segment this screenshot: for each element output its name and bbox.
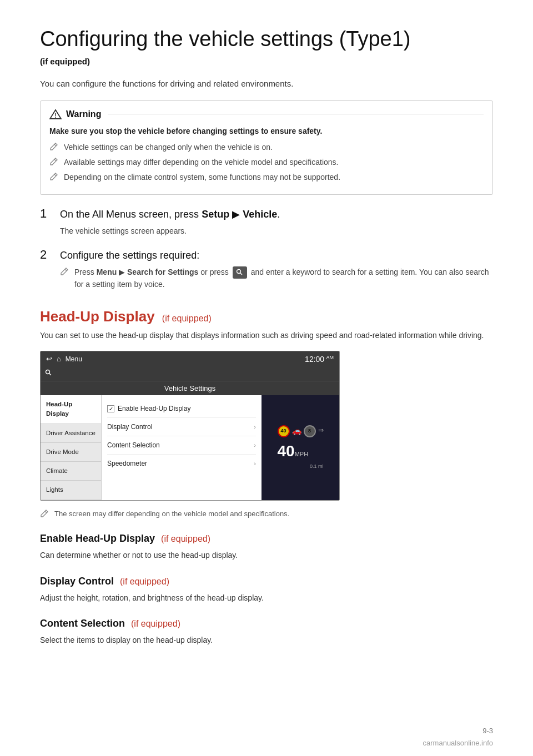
display-control-equipped: (if equipped) xyxy=(120,577,169,586)
ui-time-display: 12:00 AM xyxy=(305,354,334,365)
note-pencil-icon-1 xyxy=(49,142,59,152)
note-pencil-icon-3 xyxy=(49,172,59,182)
warning-label: Warning xyxy=(66,108,101,121)
ui-search-row xyxy=(41,367,339,381)
ui-search-icon xyxy=(45,369,52,379)
warning-box: ! Warning Make sure you stop the vehicle… xyxy=(40,100,493,195)
svg-line-2 xyxy=(54,144,56,146)
display-control-arrow-icon: › xyxy=(254,422,256,432)
hud-desc: You can set to use the head-up display t… xyxy=(40,330,493,342)
ui-mockup: ↩ ⌂ Menu 12:00 AM Vehicle Settings xyxy=(40,351,340,501)
arrow-road-icon: ⇒ xyxy=(318,425,324,437)
step-1-num: 1 xyxy=(40,206,60,222)
speedometer-arrow-icon: › xyxy=(254,459,256,468)
enable-hud-section: Enable Head-Up Display (if equipped) Can… xyxy=(40,531,493,562)
content-selection-equipped: (if equipped) xyxy=(131,619,180,628)
svg-point-6 xyxy=(237,270,241,274)
search-button-icon xyxy=(233,266,247,279)
speed-unit: MPH xyxy=(295,450,308,459)
sidebar-item-hud[interactable]: Head-Up Display xyxy=(41,395,101,424)
speed-number: 40 xyxy=(278,440,295,463)
svg-line-4 xyxy=(54,174,56,176)
ui-content: ✓ Enable Head-Up Display Display Control… xyxy=(102,395,262,500)
ui-row-speedometer[interactable]: Speedometer › xyxy=(107,455,256,472)
distance-row: 0.1 mi xyxy=(278,463,324,471)
hud-section: Head-Up Display (if equipped) You can se… xyxy=(40,306,493,647)
hud-heading: Head-Up Display (if equipped) xyxy=(40,306,493,327)
warning-bold-text: Make sure you stop the vehicle before ch… xyxy=(49,125,484,137)
display-control-heading: Display Control (if equipped) xyxy=(40,574,493,589)
speed-limit-sign: 40 xyxy=(278,425,290,437)
content-selection-section: Content Selection (if equipped) Select t… xyxy=(40,616,493,647)
enable-hud-equipped: (if equipped) xyxy=(161,534,210,543)
content-selection-arrow-icon: › xyxy=(254,441,256,450)
step-1-text: On the All Menus screen, press Setup ▶ V… xyxy=(60,206,280,222)
display-control-section: Display Control (if equipped) Adjust the… xyxy=(40,574,493,604)
speedometer-label: Speedometer xyxy=(107,458,147,468)
warning-header: ! Warning xyxy=(49,108,484,121)
svg-point-8 xyxy=(46,370,50,374)
page-title: Configuring the vehicle settings (Type1) xyxy=(40,27,493,52)
enable-hud-desc: Can determine whether or not to use the … xyxy=(40,550,493,562)
step-2-container: 2 Configure the settings required: Press… xyxy=(40,247,493,290)
screen-note-text: The screen may differ depending on the v… xyxy=(54,508,289,520)
distance-value: 0.1 mi xyxy=(310,463,324,471)
home-icon: ⌂ xyxy=(57,354,61,365)
sidebar-item-lights[interactable]: Lights xyxy=(41,481,101,500)
ui-time: 12:00 xyxy=(305,355,324,364)
footer-url: carmanualsonline.info xyxy=(423,738,493,749)
ui-topbar: ↩ ⌂ Menu 12:00 AM xyxy=(41,351,339,367)
svg-text:!: ! xyxy=(54,112,57,119)
svg-line-10 xyxy=(45,511,47,513)
secondary-speed-sign: 8 xyxy=(304,425,316,437)
step-2-text: Configure the settings required: xyxy=(60,247,199,263)
ui-row-display-control[interactable]: Display Control › xyxy=(107,418,256,436)
content-selection-label: Content Selection xyxy=(107,440,160,450)
svg-line-7 xyxy=(240,273,243,275)
screen-note-pencil-icon xyxy=(40,509,50,519)
svg-line-9 xyxy=(49,373,52,375)
note-pencil-icon-step2 xyxy=(60,267,70,277)
svg-line-3 xyxy=(54,159,56,161)
enable-hud-checkbox[interactable]: ✓ xyxy=(107,405,114,412)
ui-body: Head-Up Display Driver Assistance Drive … xyxy=(41,395,339,500)
back-icon: ↩ xyxy=(46,354,52,365)
step-2-num: 2 xyxy=(40,247,60,263)
step-2-note: Press Menu ▶ Search for Settings or pres… xyxy=(60,266,493,290)
ui-row-content-selection[interactable]: Content Selection › xyxy=(107,436,256,455)
ui-menu-label: Menu xyxy=(66,354,82,364)
warning-note-3: Depending on the climate control system,… xyxy=(49,172,484,183)
warning-triangle-icon: ! xyxy=(49,109,62,120)
step-2-row: 2 Configure the settings required: xyxy=(40,247,493,263)
speed-value-row: 40 MPH xyxy=(278,440,324,463)
ui-right-panel: 40 🚗 8 ⇒ 40 MPH 0.1 mi xyxy=(262,395,339,500)
ui-sidebar: Head-Up Display Driver Assistance Drive … xyxy=(41,395,102,500)
display-control-label: Display Control xyxy=(107,422,152,432)
ui-menu-bar: Vehicle Settings xyxy=(41,381,339,396)
step-1-subtext: The vehicle settings screen appears. xyxy=(60,225,493,237)
content-selection-heading: Content Selection (if equipped) xyxy=(40,616,493,631)
sidebar-item-driver-assistance[interactable]: Driver Assistance xyxy=(41,424,101,443)
ui-time-am: AM xyxy=(326,355,334,360)
car-icon: 🚗 xyxy=(292,425,301,437)
intro-text: You can configure the functions for driv… xyxy=(40,78,493,90)
ui-hud-icons: 40 🚗 8 ⇒ xyxy=(278,425,324,437)
content-selection-desc: Select the items to display on the head-… xyxy=(40,634,493,647)
screen-note: The screen may differ depending on the v… xyxy=(40,508,493,520)
ui-speed-display: 40 🚗 8 ⇒ 40 MPH 0.1 mi xyxy=(278,425,324,471)
enable-hud-heading: Enable Head-Up Display (if equipped) xyxy=(40,531,493,546)
display-control-desc: Adjust the height, rotation, and brightn… xyxy=(40,592,493,604)
page-subtitle: (if equipped) xyxy=(40,56,493,68)
step-1-container: 1 On the All Menus screen, press Setup ▶… xyxy=(40,206,493,237)
warning-note-2: Available settings may differ depending … xyxy=(49,157,484,168)
page-number: 9-3 xyxy=(482,725,493,737)
step-1-row: 1 On the All Menus screen, press Setup ▶… xyxy=(40,206,493,222)
enable-hud-label: Enable Head-Up Display xyxy=(118,404,190,414)
sidebar-item-drive-mode[interactable]: Drive Mode xyxy=(41,443,101,462)
note-pencil-icon-2 xyxy=(49,157,59,167)
ui-row-enable-hud: ✓ Enable Head-Up Display xyxy=(107,400,256,418)
warning-note-1: Vehicle settings can be changed only whe… xyxy=(49,142,484,153)
ui-topbar-left: ↩ ⌂ Menu xyxy=(46,354,82,365)
step-2-note-text: Press Menu ▶ Search for Settings or pres… xyxy=(74,266,493,290)
sidebar-item-climate[interactable]: Climate xyxy=(41,462,101,481)
